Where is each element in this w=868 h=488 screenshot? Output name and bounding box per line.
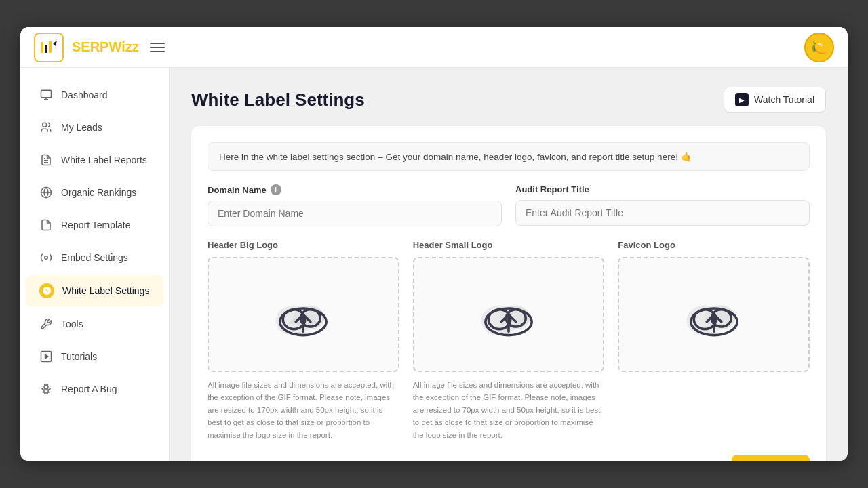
svg-point-10 (45, 256, 48, 260)
logo-text: SERPWizz (72, 39, 139, 55)
favicon-logo-label: Favicon Logo (618, 240, 810, 250)
sidebar-item-my-leads[interactable]: My Leads (26, 113, 163, 142)
globe-icon (39, 186, 53, 199)
favicon-logo-section: Favicon Logo (618, 240, 810, 441)
sidebar-label-tools: Tools (61, 319, 83, 329)
svg-point-14 (44, 385, 48, 389)
sidebar-item-report-template[interactable]: Report Template (26, 210, 163, 240)
submit-row: Submit (208, 455, 810, 461)
svg-point-5 (43, 123, 47, 127)
domain-name-input[interactable] (208, 201, 502, 226)
play-tutorial-icon: ▶ (735, 93, 749, 106)
sidebar-label-white-label-reports: White Label Reports (61, 155, 147, 165)
header-small-logo-hint: All image file sizes and dimensions are … (413, 379, 605, 441)
domain-name-group: Domain Name i (208, 184, 502, 226)
header-big-logo-upload[interactable] (208, 257, 399, 372)
sidebar-label-embed-settings: Embed Settings (61, 252, 128, 263)
file-icon (39, 218, 53, 232)
sidebar-item-white-label-settings[interactable]: White Label Settings (26, 275, 163, 306)
favicon-logo-upload[interactable] (618, 257, 810, 372)
audit-report-title-input[interactable] (515, 200, 810, 226)
svg-rect-3 (49, 41, 52, 53)
users-icon (39, 121, 53, 134)
sidebar-label-report-a-bug: Report A Bug (61, 384, 117, 394)
sidebar: Dashboard My Leads White Label Reports (20, 68, 170, 461)
sidebar-item-embed-settings[interactable]: Embed Settings (26, 243, 163, 272)
sidebar-item-report-a-bug[interactable]: Report A Bug (26, 374, 163, 404)
avatar[interactable]: 🍋 (804, 33, 834, 62)
header-small-logo-upload[interactable] (413, 257, 605, 372)
play-icon (39, 350, 53, 363)
monitor-icon (39, 88, 53, 102)
embed-icon (39, 251, 53, 264)
tools-icon (39, 317, 53, 331)
audit-report-title-group: Audit Report Title (515, 184, 810, 226)
header-small-logo-label: Header Small Logo (413, 240, 605, 250)
logo-icon (34, 33, 64, 62)
logo-wizz: Wizz (108, 39, 138, 54)
sidebar-label-my-leads: My Leads (61, 122, 102, 133)
header-big-logo-section: Header Big Logo (208, 240, 399, 441)
sidebar-label-organic-rankings: Organic Rankings (61, 187, 136, 198)
info-banner: Here in the white label settings section… (208, 142, 810, 171)
sidebar-label-tutorials: Tutorials (61, 351, 97, 362)
sidebar-item-dashboard[interactable]: Dashboard (26, 80, 163, 110)
info-banner-text: Here in the white label settings section… (219, 151, 692, 162)
logo-area: SERPWizz (34, 33, 167, 62)
top-bar: SERPWizz 🍋 (20, 27, 848, 68)
svg-rect-4 (41, 90, 52, 98)
logo-serp: SERP (72, 39, 108, 54)
wls-icon (39, 283, 54, 298)
bug-icon (39, 382, 53, 396)
audit-report-title-label: Audit Report Title (515, 184, 810, 195)
sidebar-label-report-template: Report Template (61, 220, 130, 230)
sidebar-item-organic-rankings[interactable]: Organic Rankings (26, 178, 163, 207)
page-header: White Label Settings ▶ Watch Tutorial (191, 87, 826, 113)
sidebar-item-tools[interactable]: Tools (26, 309, 163, 339)
header-big-logo-label: Header Big Logo (208, 240, 399, 250)
sidebar-item-tutorials[interactable]: Tutorials (26, 342, 163, 371)
domain-name-label: Domain Name i (208, 184, 502, 195)
watch-tutorial-label: Watch Tutorial (754, 94, 814, 105)
sidebar-label-dashboard: Dashboard (61, 89, 108, 100)
page-title: White Label Settings (191, 89, 365, 110)
app-window: SERPWizz 🍋 Dashboard My Leads (20, 27, 848, 461)
hamburger-menu[interactable] (147, 40, 167, 55)
watch-tutorial-button[interactable]: ▶ Watch Tutorial (724, 87, 826, 113)
content-area: White Label Settings ▶ Watch Tutorial He… (170, 68, 848, 461)
header-small-logo-section: Header Small Logo (413, 240, 605, 441)
header-big-logo-hint: All image file sizes and dimensions are … (208, 379, 399, 441)
domain-info-icon[interactable]: i (271, 184, 281, 195)
logo-grid: Header Big Logo (208, 240, 810, 441)
sidebar-label-white-label-settings: White Label Settings (62, 285, 149, 296)
form-row-names: Domain Name i Audit Report Title (208, 184, 810, 226)
sidebar-item-white-label-reports[interactable]: White Label Reports (26, 145, 163, 175)
svg-rect-2 (45, 45, 47, 53)
submit-button[interactable]: Submit (732, 455, 810, 461)
svg-rect-1 (41, 42, 43, 53)
file-text-icon (39, 153, 53, 167)
settings-card: Here in the white label settings section… (191, 126, 826, 461)
main-area: Dashboard My Leads White Label Reports (20, 68, 848, 461)
svg-marker-13 (45, 354, 49, 359)
